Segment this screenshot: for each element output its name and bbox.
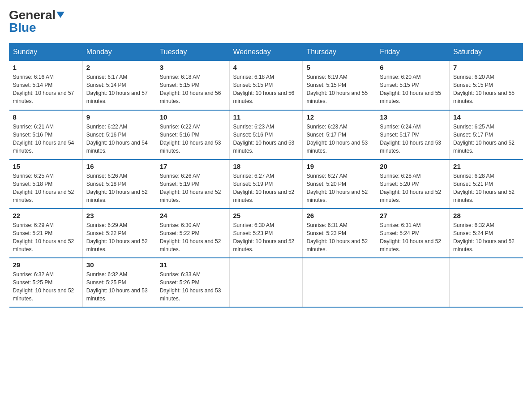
calendar-cell: 20Sunrise: 6:28 AMSunset: 5:20 PMDayligh… [376, 159, 450, 209]
day-info: Sunrise: 6:28 AMSunset: 5:21 PMDaylight:… [453, 172, 519, 204]
calendar-cell: 28Sunrise: 6:32 AMSunset: 5:24 PMDayligh… [450, 209, 523, 258]
calendar-cell [376, 258, 450, 307]
day-info: Sunrise: 6:25 AMSunset: 5:18 PMDaylight:… [13, 172, 79, 204]
calendar-cell: 19Sunrise: 6:27 AMSunset: 5:20 PMDayligh… [303, 159, 376, 209]
calendar-cell: 14Sunrise: 6:25 AMSunset: 5:17 PMDayligh… [450, 110, 523, 159]
day-info: Sunrise: 6:27 AMSunset: 5:20 PMDaylight:… [306, 172, 372, 204]
calendar-cell: 2Sunrise: 6:17 AMSunset: 5:14 PMDaylight… [82, 61, 156, 110]
day-number: 17 [160, 163, 226, 170]
calendar-cell: 25Sunrise: 6:30 AMSunset: 5:23 PMDayligh… [229, 209, 303, 258]
day-info: Sunrise: 6:31 AMSunset: 5:23 PMDaylight:… [306, 221, 372, 253]
calendar-cell: 29Sunrise: 6:32 AMSunset: 5:25 PMDayligh… [9, 258, 83, 307]
day-number: 20 [380, 163, 446, 170]
header: General Blue [9, 9, 523, 34]
day-number: 31 [160, 261, 226, 269]
week-row-3: 15Sunrise: 6:25 AMSunset: 5:18 PMDayligh… [9, 159, 523, 209]
header-friday: Friday [376, 43, 450, 61]
calendar-cell: 8Sunrise: 6:21 AMSunset: 5:16 PMDaylight… [9, 110, 83, 159]
day-info: Sunrise: 6:23 AMSunset: 5:16 PMDaylight:… [233, 123, 299, 155]
calendar-cell: 23Sunrise: 6:29 AMSunset: 5:22 PMDayligh… [82, 209, 156, 258]
day-number: 13 [380, 113, 446, 121]
calendar-cell: 5Sunrise: 6:19 AMSunset: 5:15 PMDaylight… [303, 61, 376, 110]
calendar-cell: 24Sunrise: 6:30 AMSunset: 5:22 PMDayligh… [156, 209, 229, 258]
day-number: 15 [13, 163, 79, 170]
day-number: 28 [453, 212, 519, 219]
day-number: 25 [233, 212, 299, 219]
logo: General Blue [9, 9, 64, 34]
logo-arrow-icon [56, 12, 64, 20]
day-number: 4 [233, 64, 299, 71]
day-number: 5 [306, 64, 372, 71]
calendar-cell: 26Sunrise: 6:31 AMSunset: 5:23 PMDayligh… [303, 209, 376, 258]
calendar-cell: 3Sunrise: 6:18 AMSunset: 5:15 PMDaylight… [156, 61, 229, 110]
day-number: 29 [13, 261, 79, 269]
calendar-cell: 6Sunrise: 6:20 AMSunset: 5:15 PMDaylight… [376, 61, 450, 110]
day-info: Sunrise: 6:32 AMSunset: 5:25 PMDaylight:… [13, 270, 79, 303]
calendar-cell: 31Sunrise: 6:33 AMSunset: 5:26 PMDayligh… [156, 258, 229, 307]
calendar-cell: 10Sunrise: 6:22 AMSunset: 5:16 PMDayligh… [156, 110, 229, 159]
header-wednesday: Wednesday [229, 43, 303, 61]
header-monday: Monday [82, 43, 156, 61]
day-info: Sunrise: 6:32 AMSunset: 5:25 PMDaylight:… [86, 270, 152, 303]
day-info: Sunrise: 6:29 AMSunset: 5:22 PMDaylight:… [86, 221, 152, 253]
day-info: Sunrise: 6:18 AMSunset: 5:15 PMDaylight:… [233, 73, 299, 105]
day-info: Sunrise: 6:21 AMSunset: 5:16 PMDaylight:… [13, 123, 79, 155]
day-info: Sunrise: 6:31 AMSunset: 5:24 PMDaylight:… [380, 221, 446, 253]
logo-general-text: General [9, 9, 56, 21]
day-number: 23 [86, 212, 152, 219]
calendar-cell: 7Sunrise: 6:20 AMSunset: 5:15 PMDaylight… [450, 61, 523, 110]
calendar-cell: 22Sunrise: 6:29 AMSunset: 5:21 PMDayligh… [9, 209, 83, 258]
day-number: 9 [86, 113, 152, 121]
day-number: 8 [13, 113, 79, 121]
calendar-cell: 15Sunrise: 6:25 AMSunset: 5:18 PMDayligh… [9, 159, 83, 209]
calendar-cell: 1Sunrise: 6:16 AMSunset: 5:14 PMDaylight… [9, 61, 83, 110]
calendar-cell: 27Sunrise: 6:31 AMSunset: 5:24 PMDayligh… [376, 209, 450, 258]
calendar-cell: 21Sunrise: 6:28 AMSunset: 5:21 PMDayligh… [450, 159, 523, 209]
calendar-header-row: SundayMondayTuesdayWednesdayThursdayFrid… [9, 43, 523, 61]
day-number: 12 [306, 113, 372, 121]
day-info: Sunrise: 6:30 AMSunset: 5:22 PMDaylight:… [160, 221, 226, 253]
calendar-table: SundayMondayTuesdayWednesdayThursdayFrid… [9, 43, 523, 308]
calendar-cell [303, 258, 376, 307]
day-info: Sunrise: 6:17 AMSunset: 5:14 PMDaylight:… [86, 73, 152, 105]
calendar-cell: 12Sunrise: 6:23 AMSunset: 5:17 PMDayligh… [303, 110, 376, 159]
day-info: Sunrise: 6:20 AMSunset: 5:15 PMDaylight:… [380, 73, 446, 105]
day-info: Sunrise: 6:26 AMSunset: 5:19 PMDaylight:… [160, 172, 226, 204]
header-tuesday: Tuesday [156, 43, 229, 61]
day-info: Sunrise: 6:29 AMSunset: 5:21 PMDaylight:… [13, 221, 79, 253]
calendar-cell: 4Sunrise: 6:18 AMSunset: 5:15 PMDaylight… [229, 61, 303, 110]
week-row-5: 29Sunrise: 6:32 AMSunset: 5:25 PMDayligh… [9, 258, 523, 307]
day-number: 24 [160, 212, 226, 219]
day-number: 18 [233, 163, 299, 170]
week-row-4: 22Sunrise: 6:29 AMSunset: 5:21 PMDayligh… [9, 209, 523, 258]
day-number: 22 [13, 212, 79, 219]
logo-blue-text: Blue [9, 21, 36, 34]
day-number: 19 [306, 163, 372, 170]
day-number: 7 [453, 64, 519, 71]
day-info: Sunrise: 6:24 AMSunset: 5:17 PMDaylight:… [380, 123, 446, 155]
day-info: Sunrise: 6:23 AMSunset: 5:17 PMDaylight:… [306, 123, 372, 155]
day-number: 2 [86, 64, 152, 71]
day-info: Sunrise: 6:30 AMSunset: 5:23 PMDaylight:… [233, 221, 299, 253]
calendar-cell: 18Sunrise: 6:27 AMSunset: 5:19 PMDayligh… [229, 159, 303, 209]
calendar-cell: 11Sunrise: 6:23 AMSunset: 5:16 PMDayligh… [229, 110, 303, 159]
day-info: Sunrise: 6:16 AMSunset: 5:14 PMDaylight:… [13, 73, 79, 105]
calendar-cell: 16Sunrise: 6:26 AMSunset: 5:18 PMDayligh… [82, 159, 156, 209]
day-info: Sunrise: 6:25 AMSunset: 5:17 PMDaylight:… [453, 123, 519, 155]
calendar-cell: 13Sunrise: 6:24 AMSunset: 5:17 PMDayligh… [376, 110, 450, 159]
calendar-cell: 9Sunrise: 6:22 AMSunset: 5:16 PMDaylight… [82, 110, 156, 159]
header-sunday: Sunday [9, 43, 83, 61]
day-info: Sunrise: 6:20 AMSunset: 5:15 PMDaylight:… [453, 73, 519, 105]
week-row-1: 1Sunrise: 6:16 AMSunset: 5:14 PMDaylight… [9, 61, 523, 110]
day-number: 27 [380, 212, 446, 219]
calendar-cell [229, 258, 303, 307]
day-number: 1 [13, 64, 79, 71]
day-info: Sunrise: 6:27 AMSunset: 5:19 PMDaylight:… [233, 172, 299, 204]
day-number: 26 [306, 212, 372, 219]
day-info: Sunrise: 6:26 AMSunset: 5:18 PMDaylight:… [86, 172, 152, 204]
calendar-cell [450, 258, 523, 307]
day-number: 30 [86, 261, 152, 269]
day-number: 6 [380, 64, 446, 71]
day-number: 3 [160, 64, 226, 71]
calendar-cell: 17Sunrise: 6:26 AMSunset: 5:19 PMDayligh… [156, 159, 229, 209]
